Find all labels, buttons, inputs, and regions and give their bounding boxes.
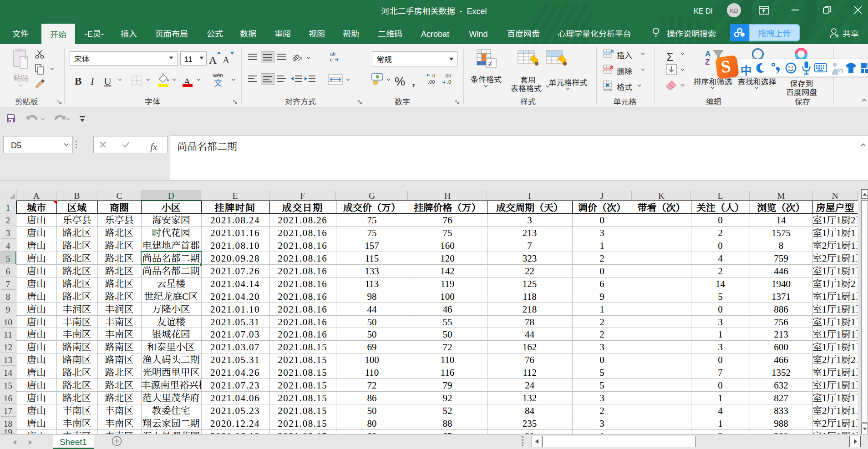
- svg-text:28: 28: [838, 68, 842, 74]
- svg-text:≠: ≠: [488, 57, 492, 69]
- svg-text:.00: .00: [428, 78, 435, 85]
- svg-text:.0: .0: [447, 78, 451, 85]
- svg-text:c: c: [330, 55, 333, 63]
